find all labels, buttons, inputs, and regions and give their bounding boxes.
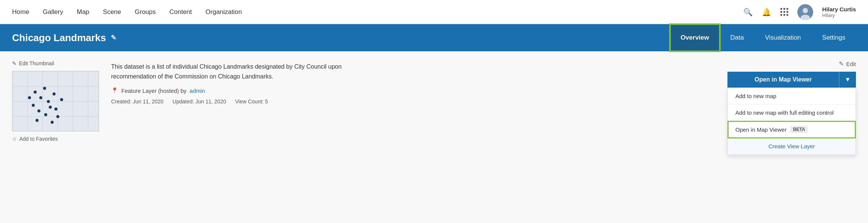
svg-point-18 xyxy=(49,106,52,109)
dropdown-item-add-new-map[interactable]: Add to new map xyxy=(728,88,856,105)
svg-point-14 xyxy=(39,96,42,99)
open-map-viewer-chevron[interactable]: ▼ xyxy=(839,72,856,88)
user-sub: Hilary xyxy=(822,12,835,18)
open-map-viewer-beta-label: Open in Map Viewer xyxy=(735,126,787,133)
beta-badge: BETA xyxy=(791,126,808,133)
avatar[interactable] xyxy=(797,4,813,20)
layer-type-label: Feature Layer (hosted) by xyxy=(121,88,187,94)
add-favorites-link[interactable]: ☆ Add to Favorites xyxy=(12,136,99,142)
layer-owner-link[interactable]: admin xyxy=(190,88,205,94)
view-count: View Count: 5 xyxy=(235,98,268,105)
svg-point-23 xyxy=(28,96,31,99)
item-description: This dataset is a list of individual Chi… xyxy=(111,62,383,81)
nav-home[interactable]: Home xyxy=(12,8,29,16)
svg-point-20 xyxy=(44,113,47,116)
svg-point-15 xyxy=(47,100,50,103)
nav-groups[interactable]: Groups xyxy=(135,8,156,16)
edit-thumbnail-label: Edit Thumbnail xyxy=(19,60,54,66)
notification-icon[interactable]: 🔔 xyxy=(762,8,771,17)
svg-point-16 xyxy=(32,104,35,107)
edit-link-row[interactable]: ✎ Edit xyxy=(839,60,856,67)
dropdown-menu: Add to new map Add to new map with full … xyxy=(727,88,856,155)
svg-point-22 xyxy=(60,98,63,101)
pencil-icon: ✎ xyxy=(12,60,17,66)
meta-layer-type: 📍 Feature Layer (hosted) by admin xyxy=(111,87,715,94)
item-tabs: Overview Data Visualization Settings xyxy=(670,24,856,51)
nav-map[interactable]: Map xyxy=(77,8,89,16)
page-title: Chicago Landmarks xyxy=(12,32,106,44)
star-icon: ☆ xyxy=(12,136,17,142)
edit-thumbnail-link[interactable]: ✎ Edit Thumbnail xyxy=(12,60,99,66)
svg-point-19 xyxy=(37,109,40,112)
edit-pencil-icon: ✎ xyxy=(839,60,844,67)
nav-scene[interactable]: Scene xyxy=(103,8,121,16)
item-header: Chicago Landmarks ✎ Overview Data Visual… xyxy=(0,24,868,51)
tab-settings[interactable]: Settings xyxy=(812,24,856,51)
svg-point-21 xyxy=(54,108,57,111)
svg-point-1 xyxy=(803,8,808,13)
nav-organization[interactable]: Organization xyxy=(206,8,242,16)
user-name: Hilary Curtis xyxy=(822,6,856,12)
apps-icon[interactable] xyxy=(780,8,788,16)
dropdown-item-open-map-viewer-beta[interactable]: Open in Map Viewer BETA xyxy=(728,121,856,138)
open-map-viewer-button[interactable]: Open in Map Viewer xyxy=(727,72,839,88)
main-content: ✎ Edit Thumbnail xyxy=(0,51,868,164)
nav-links: Home Gallery Map Scene Groups Content Or… xyxy=(12,8,743,16)
svg-point-25 xyxy=(56,115,59,118)
dropdown-item-create-view-layer[interactable]: Create View Layer xyxy=(728,138,856,155)
right-panel: ✎ Edit Open in Map Viewer ▼ Add to new m… xyxy=(727,60,856,155)
item-title-area: Chicago Landmarks ✎ xyxy=(12,32,670,44)
svg-point-17 xyxy=(53,92,56,95)
tab-data[interactable]: Data xyxy=(720,24,755,51)
center-panel: This dataset is a list of individual Chi… xyxy=(111,60,715,155)
nav-right: 🔍 🔔 Hilary Curtis Hilary xyxy=(743,4,856,20)
add-favorites-label: Add to Favorites xyxy=(19,136,58,142)
open-map-viewer-btn-group: Open in Map Viewer ▼ xyxy=(727,72,856,88)
search-icon[interactable]: 🔍 xyxy=(743,8,753,17)
svg-point-26 xyxy=(51,121,54,124)
created-date: Created: Jun 11, 2020 xyxy=(111,98,164,105)
svg-point-13 xyxy=(43,87,46,90)
updated-date: Updated: Jun 11, 2020 xyxy=(173,98,226,105)
left-panel: ✎ Edit Thumbnail xyxy=(12,60,99,155)
user-info: Hilary Curtis Hilary xyxy=(822,6,856,18)
nav-content[interactable]: Content xyxy=(169,8,192,16)
svg-point-12 xyxy=(34,91,37,94)
tab-overview[interactable]: Overview xyxy=(670,24,720,51)
location-icon: 📍 xyxy=(111,87,118,94)
edit-label: Edit xyxy=(846,61,856,67)
tab-visualization[interactable]: Visualization xyxy=(754,24,811,51)
svg-point-24 xyxy=(36,119,39,122)
top-navigation: Home Gallery Map Scene Groups Content Or… xyxy=(0,0,868,24)
edit-title-icon[interactable]: ✎ xyxy=(111,34,116,42)
thumbnail-image xyxy=(12,71,99,131)
dropdown-item-add-new-map-full[interactable]: Add to new map with full editing control xyxy=(728,105,856,121)
nav-gallery[interactable]: Gallery xyxy=(43,8,63,16)
dates-row: Created: Jun 11, 2020 Updated: Jun 11, 2… xyxy=(111,98,715,105)
